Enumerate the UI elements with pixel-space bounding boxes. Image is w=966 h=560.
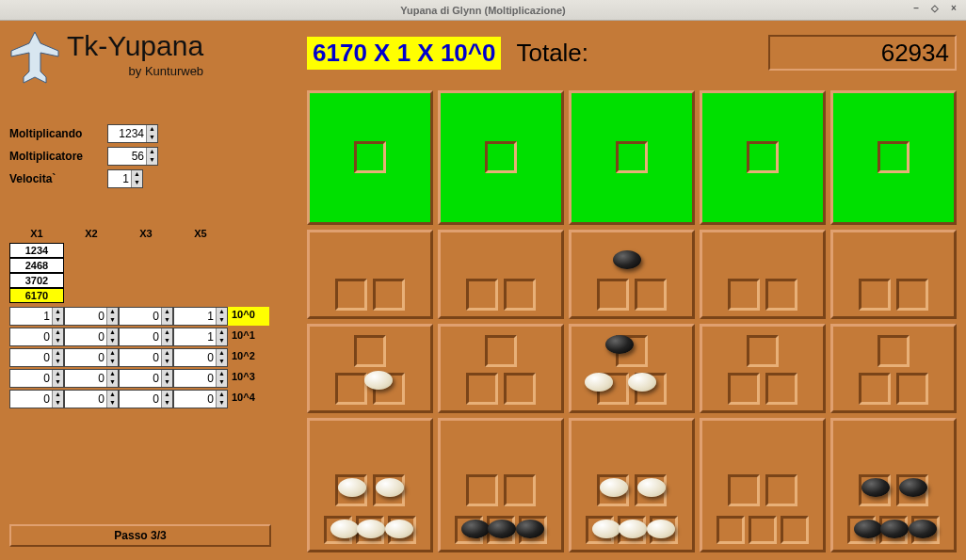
chevron-up-icon[interactable]: ▲ <box>161 308 172 316</box>
chevron-up-icon[interactable]: ▲ <box>216 349 227 358</box>
chevron-up-icon[interactable]: ▲ <box>52 349 63 358</box>
chevron-up-icon[interactable]: ▲ <box>52 391 63 399</box>
app-title: Tk-Yupana <box>67 30 203 62</box>
chevron-up-icon[interactable]: ▲ <box>146 148 157 156</box>
chevron-down-icon[interactable]: ▼ <box>216 358 227 366</box>
mult-cell-input[interactable]: ▲▼ <box>119 328 173 346</box>
mult-cell-input[interactable]: ▲▼ <box>119 348 173 367</box>
mult-cell-input[interactable]: ▲▼ <box>9 369 64 388</box>
chevron-up-icon[interactable]: ▲ <box>131 170 142 179</box>
mult-cell-input[interactable]: ▲▼ <box>173 390 228 408</box>
close-icon[interactable]: × <box>947 2 960 15</box>
mult-sum: 2468 <box>9 258 64 273</box>
chevron-down-icon[interactable]: ▼ <box>216 378 227 387</box>
yupana-cell[interactable] <box>569 230 695 319</box>
mult-cell-input[interactable]: ▲▼ <box>173 369 228 388</box>
mult-cell-input[interactable]: ▲▼ <box>173 348 228 367</box>
moltiplicando-input[interactable]: ▲▼ <box>107 124 158 143</box>
velocita-input[interactable]: ▲▼ <box>107 169 143 188</box>
mult-cell-input[interactable]: ▲▼ <box>173 307 228 326</box>
seed-black <box>461 520 490 538</box>
chevron-up-icon[interactable]: ▲ <box>161 349 172 358</box>
chevron-down-icon[interactable]: ▼ <box>52 378 63 387</box>
hole <box>485 141 517 173</box>
chevron-up-icon[interactable]: ▲ <box>106 391 118 399</box>
chevron-down-icon[interactable]: ▼ <box>106 316 118 325</box>
chevron-down-icon[interactable]: ▼ <box>52 337 63 345</box>
chevron-down-icon[interactable]: ▼ <box>106 399 118 408</box>
passo-button[interactable]: Passo 3/3 <box>9 524 271 547</box>
moltiplicatore-input[interactable]: ▲▼ <box>107 147 158 166</box>
maximize-icon[interactable]: ◇ <box>928 2 942 15</box>
yupana-cell[interactable] <box>569 90 695 225</box>
yupana-cell[interactable] <box>307 230 433 319</box>
chevron-up-icon[interactable]: ▲ <box>161 370 172 378</box>
chevron-down-icon[interactable]: ▼ <box>131 179 142 187</box>
yupana-cell[interactable] <box>438 324 564 413</box>
chevron-up-icon[interactable]: ▲ <box>216 328 227 337</box>
chevron-up-icon[interactable]: ▲ <box>52 308 63 316</box>
mult-cell-input[interactable]: ▲▼ <box>64 369 119 388</box>
yupana-cell[interactable] <box>307 418 433 552</box>
yupana-cell[interactable] <box>830 418 957 552</box>
chevron-down-icon[interactable]: ▼ <box>52 399 63 408</box>
chevron-down-icon[interactable]: ▼ <box>161 378 172 387</box>
chevron-up-icon[interactable]: ▲ <box>106 370 118 378</box>
chevron-down-icon[interactable]: ▼ <box>52 358 63 366</box>
yupana-cell[interactable] <box>700 230 826 319</box>
chevron-up-icon[interactable]: ▲ <box>106 308 118 316</box>
seed-white <box>330 520 359 538</box>
minimize-icon[interactable]: – <box>910 2 923 15</box>
yupana-cell[interactable] <box>700 324 826 413</box>
mult-cell-input[interactable]: ▲▼ <box>64 328 119 346</box>
chevron-down-icon[interactable]: ▼ <box>146 156 157 165</box>
mult-cell-input[interactable]: ▲▼ <box>64 307 119 326</box>
mult-cell-input[interactable]: ▲▼ <box>9 307 64 326</box>
yupana-cell[interactable] <box>438 90 564 225</box>
chevron-up-icon[interactable]: ▲ <box>146 125 157 134</box>
mult-cell-input[interactable]: ▲▼ <box>9 328 64 346</box>
yupana-cell[interactable] <box>830 324 957 413</box>
yupana-cell[interactable] <box>830 230 957 319</box>
mult-cell-input[interactable]: ▲▼ <box>173 328 228 346</box>
chevron-down-icon[interactable]: ▼ <box>216 337 227 345</box>
mult-cell-input[interactable]: ▲▼ <box>64 390 119 408</box>
chevron-up-icon[interactable]: ▲ <box>52 370 63 378</box>
yupana-cell[interactable] <box>569 418 695 552</box>
chevron-up-icon[interactable]: ▲ <box>52 328 63 337</box>
chevron-down-icon[interactable]: ▼ <box>52 316 63 325</box>
yupana-cell[interactable] <box>569 324 695 413</box>
chevron-up-icon[interactable]: ▲ <box>216 308 227 316</box>
chevron-up-icon[interactable]: ▲ <box>106 349 118 358</box>
chevron-up-icon[interactable]: ▲ <box>216 370 227 378</box>
mult-cell-input[interactable]: ▲▼ <box>64 348 119 367</box>
yupana-grid <box>307 90 957 552</box>
chevron-down-icon[interactable]: ▼ <box>106 378 118 387</box>
yupana-cell[interactable] <box>438 418 564 552</box>
chevron-up-icon[interactable]: ▲ <box>161 391 172 399</box>
chevron-up-icon[interactable]: ▲ <box>216 391 227 399</box>
chevron-down-icon[interactable]: ▼ <box>216 399 227 408</box>
chevron-down-icon[interactable]: ▼ <box>216 316 227 325</box>
chevron-down-icon[interactable]: ▼ <box>106 358 118 366</box>
yupana-cell[interactable] <box>307 90 433 225</box>
chevron-down-icon[interactable]: ▼ <box>106 337 118 345</box>
mult-cell-input[interactable]: ▲▼ <box>9 390 64 408</box>
seed-black <box>861 478 890 497</box>
yupana-cell[interactable] <box>700 90 826 225</box>
yupana-cell[interactable] <box>438 230 564 319</box>
chevron-down-icon[interactable]: ▼ <box>161 399 172 408</box>
mult-cell-input[interactable]: ▲▼ <box>119 369 173 388</box>
chevron-down-icon[interactable]: ▼ <box>161 358 172 366</box>
chevron-down-icon[interactable]: ▼ <box>146 134 157 142</box>
yupana-cell[interactable] <box>700 418 826 552</box>
mult-cell-input[interactable]: ▲▼ <box>119 390 173 408</box>
mult-cell-input[interactable]: ▲▼ <box>9 348 64 367</box>
yupana-cell[interactable] <box>830 90 957 225</box>
chevron-up-icon[interactable]: ▲ <box>106 328 118 337</box>
mult-cell-input[interactable]: ▲▼ <box>119 307 173 326</box>
chevron-down-icon[interactable]: ▼ <box>161 337 172 345</box>
yupana-cell[interactable] <box>307 324 433 413</box>
chevron-down-icon[interactable]: ▼ <box>161 316 172 325</box>
chevron-up-icon[interactable]: ▲ <box>161 328 172 337</box>
